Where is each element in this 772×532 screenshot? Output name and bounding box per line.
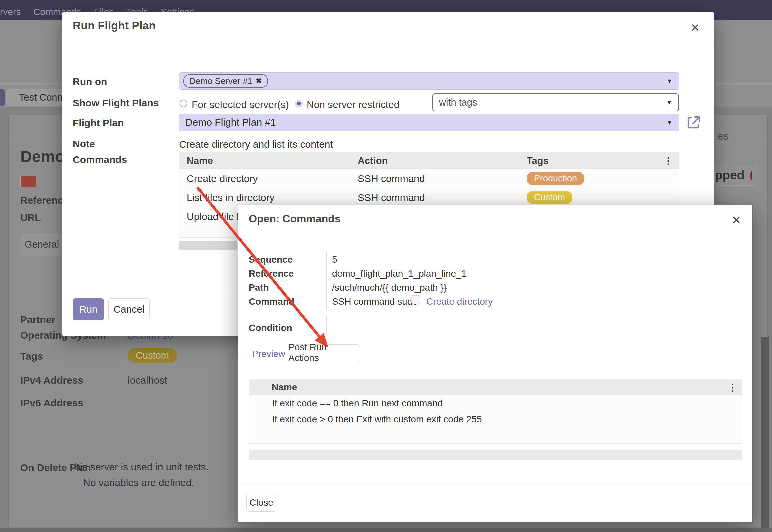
tab-post-run-actions[interactable]: Post Run Actions	[288, 344, 359, 361]
divider	[174, 72, 174, 265]
post-run-table-header: Name ⋮	[249, 379, 742, 396]
tag-custom-badge: Custom	[128, 348, 177, 363]
open-commands-dialog: Open: Commands ✕ Sequence 5 Reference de…	[238, 205, 753, 523]
ipv4-label: IPv4 Address	[20, 375, 83, 386]
note-line-2: No variables are defined.	[52, 475, 225, 490]
column-action[interactable]: Action	[350, 155, 519, 166]
partner-label: Partner	[20, 314, 55, 325]
cancel-button[interactable]: Cancel	[108, 298, 150, 320]
open-external-icon[interactable]	[686, 114, 702, 130]
column-name[interactable]: Name	[179, 155, 350, 166]
radio-for-selected-servers-label[interactable]: For selected server(s)	[192, 99, 289, 110]
bottom-band	[0, 528, 772, 532]
command-value: SSH command sudo	[332, 296, 418, 307]
radio-non-server-restricted[interactable]	[295, 100, 303, 107]
sequence-value: 5	[332, 254, 337, 265]
chip-remove-icon[interactable]: ✖	[256, 77, 262, 85]
table-row[interactable]: Create directory SSH command Production	[179, 169, 679, 188]
kebab-menu-icon[interactable]: ⋮	[728, 382, 742, 393]
table-row[interactable]: If exit code > 0 then Exit with custom e…	[249, 411, 742, 428]
close-icon[interactable]: ✕	[732, 213, 741, 227]
flight-plan-note: Create directory and list its content	[179, 139, 333, 150]
path-value: /such/much/{{ demo_path }}	[332, 282, 447, 293]
tag-custom-badge: Custom	[527, 191, 572, 204]
status-stopped-badge[interactable]: pped	[714, 165, 758, 186]
sequence-label: Sequence	[249, 254, 293, 265]
commands-label: Commands	[73, 154, 127, 165]
table-row[interactable]: List files in directory SSH command Cust…	[179, 188, 679, 207]
cell-name: If exit code > 0 then Exit with custom e…	[249, 414, 482, 425]
divider	[62, 46, 714, 46]
ipv6-label: IPv6 Address	[20, 397, 83, 409]
with-tags-select[interactable]: with tags ▾	[432, 93, 679, 111]
with-tags-value: with tags	[439, 97, 477, 108]
reference-label: Reference	[249, 268, 294, 279]
url-label: URL	[20, 212, 41, 223]
create-directory-link[interactable]: Create directory	[426, 296, 493, 307]
tab-general[interactable]: General	[21, 233, 63, 256]
table-row-empty	[249, 427, 742, 444]
path-label: Path	[249, 282, 269, 293]
server-notes: This server is used in unit tests. No va…	[52, 459, 225, 490]
cell-name: Create directory	[179, 173, 350, 184]
table-footer-strip	[249, 450, 742, 460]
show-flight-plans-label: Show Flight Plans	[73, 97, 159, 109]
sheet-header-fragment: es	[717, 130, 729, 142]
reference-label: Reference	[20, 195, 69, 206]
run-on-select[interactable]: Demo Server #1 ✖ ▾	[179, 72, 679, 90]
server-chip[interactable]: Demo Server #1 ✖	[183, 74, 268, 88]
flight-plan-label: Flight Plan	[73, 117, 124, 129]
server-chip-label: Demo Server #1	[189, 76, 252, 86]
save-button-fragment[interactable]	[0, 89, 5, 106]
tag-production-badge: Production	[527, 172, 584, 185]
cell-action: SSH command	[350, 192, 519, 203]
command-label: Command	[249, 296, 294, 307]
condition-label: Condition	[249, 323, 292, 333]
close-button[interactable]: Close	[246, 494, 276, 512]
note-line-1: This server is used in unit tests.	[52, 459, 225, 475]
cell-action: SSH command	[350, 173, 519, 184]
nav-item-servers[interactable]: rvers	[0, 7, 21, 17]
chevron-down-icon: ▾	[668, 77, 671, 85]
server-title: Demo	[20, 147, 65, 166]
radio-non-server-restricted-label[interactable]: Non server restricted	[307, 99, 399, 110]
scrollbar[interactable]	[761, 337, 769, 528]
table-row[interactable]: If exit code == 0 then Run next command	[249, 395, 742, 412]
dialog-title: Open: Commands	[249, 213, 341, 225]
reference-value: demo_flight_plan_1_plan_line_1	[332, 268, 466, 279]
close-icon[interactable]: ✕	[691, 21, 700, 34]
note-label: Note	[73, 138, 95, 150]
tags-label: Tags	[20, 351, 43, 362]
tab-preview[interactable]: Preview	[252, 349, 285, 359]
flight-plan-value: Demo Flight Plan #1	[185, 117, 276, 128]
cell-name: List files in directory	[179, 192, 350, 203]
ipv4-value: localhost	[128, 375, 167, 386]
run-button[interactable]: Run	[73, 298, 104, 320]
chevron-down-icon: ▾	[667, 98, 671, 107]
cell-name: If exit code == 0 then Run next command	[249, 398, 443, 409]
selector-column	[249, 379, 267, 396]
dialog-title: Run Flight Plan	[73, 19, 156, 32]
run-on-label: Run on	[73, 76, 107, 87]
scrollbar[interactable]	[179, 241, 237, 250]
create-directory-checkbox[interactable]	[411, 295, 420, 304]
commands-table-header: Name Action Tags ⋮	[179, 152, 679, 170]
status-dot-icon	[750, 171, 752, 180]
kebab-menu-icon[interactable]: ⋮	[664, 155, 679, 166]
radio-for-selected-servers[interactable]	[180, 100, 187, 107]
column-tags[interactable]: Tags	[519, 155, 664, 166]
screen: rvers Commands Files Tools Settings Test…	[0, 0, 772, 532]
divider	[238, 233, 752, 233]
color-swatch[interactable]	[20, 176, 36, 187]
divider	[326, 316, 327, 335]
chevron-down-icon: ▾	[668, 118, 671, 127]
divider	[326, 251, 327, 311]
column-name[interactable]: Name	[267, 382, 728, 393]
status-label-fragment: pped	[715, 168, 744, 182]
flight-plan-select[interactable]: Demo Flight Plan #1 ▾	[179, 114, 679, 131]
divider	[238, 485, 752, 485]
